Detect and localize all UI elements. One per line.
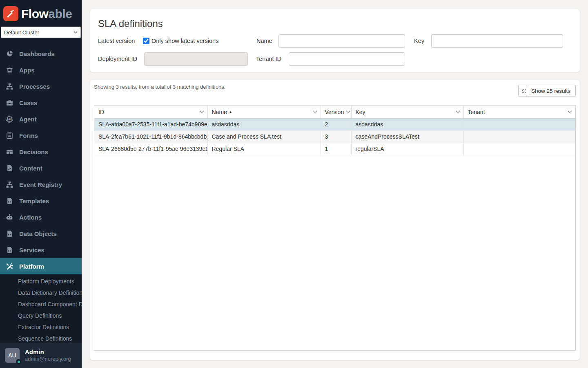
chevron-down-icon[interactable] [346,110,350,113]
column-header-name[interactable]: Name▲ [207,106,321,118]
user-name: Admin [25,348,71,356]
cell-version: 2 [321,118,351,130]
cell-version: 1 [321,143,351,155]
table-row[interactable]: SLA-2fca7b61-1021-11f1-9b1d-864bbcbdb...… [94,130,575,143]
sidebar-item-services[interactable]: Services [0,242,82,258]
cell-name: Case and Process SLA test [207,130,321,143]
brand-logo: Flowable [0,0,82,25]
page-title: SLA definitions [98,18,163,29]
cell-tenant [463,130,575,143]
file-code-icon [6,247,13,254]
tenant-id-input[interactable] [289,52,405,66]
key-label: Key [414,38,424,44]
chevron-down-icon[interactable] [313,110,317,113]
tenant-id-label: Tenant ID [256,56,281,62]
sort-ascending-icon: ▲ [229,110,232,114]
sidebar-item-content[interactable]: Content [0,160,82,176]
table-row[interactable]: SLA-afda00a7-2535-11f1-a1ad-be74b989e...… [94,118,575,130]
cluster-select-wrap: Default Cluster [1,27,81,38]
chevron-down-icon[interactable] [456,110,460,113]
cell-key: caseAndProcessSLATest [351,130,463,143]
user-footer[interactable]: AU Admin admin@noreply.org [0,343,82,368]
cell-name: Regular SLA [207,143,321,155]
column-header-tenant[interactable]: Tenant [463,106,575,118]
latest-version-checkbox-label[interactable]: Only show latest versions [151,38,218,44]
table-row[interactable]: SLA-26680d5e-277b-11f1-95ac-96e3139c1...… [94,143,575,155]
user-email: admin@noreply.org [25,356,71,362]
chevron-down-icon[interactable] [568,110,572,113]
cell-key: asdasddas [351,118,463,130]
clipboard-list-icon [6,132,13,139]
name-input[interactable] [278,34,405,48]
cell-tenant [463,118,575,130]
cell-key: regularSLA [351,143,463,155]
sidebar-item-platform[interactable]: Platform [0,258,82,274]
cell-id: SLA-afda00a7-2535-11f1-a1ad-be74b989e... [94,118,207,130]
robot-icon [6,214,13,221]
tools-icon [6,263,13,270]
name-label: Name [256,38,272,44]
sidebar-item-agent[interactable]: AI Agent [0,111,82,127]
submenu-item-sequence-definitions[interactable]: Sequence Definitions [0,333,82,343]
cell-version: 3 [321,130,351,143]
cell-id: SLA-2fca7b61-1021-11f1-9b1d-864bbcbdb... [94,130,207,143]
sidebar-item-cases[interactable]: Cases [0,94,82,111]
cell-tenant [463,143,575,155]
column-header-key[interactable]: Key [351,106,463,118]
submenu-item-query-definitions[interactable]: Query Definitions [0,310,82,321]
sidebar-item-templates[interactable]: Templates [0,193,82,209]
sidebar: Flowable Default Cluster Dashboards Apps… [0,0,82,368]
ai-chip-icon: AI [6,116,13,123]
cell-id: SLA-26680d5e-277b-11f1-95ac-96e3139c1... [94,143,207,155]
sidebar-item-dashboards[interactable]: Dashboards [0,45,82,62]
column-header-id[interactable]: ID [94,106,207,118]
sidebar-item-forms[interactable]: Forms [0,127,82,144]
sidebar-item-decisions[interactable]: Decisions [0,144,82,160]
sidebar-item-actions[interactable]: Actions [0,209,82,225]
file-code-icon [6,230,13,237]
deployment-id-input [144,52,248,66]
sidebar-item-data-objects[interactable]: Data Objects [0,225,82,242]
pie-chart-icon [6,50,13,57]
chevron-down-icon[interactable] [200,110,204,113]
briefcase-icon [6,99,13,106]
brand-wordmark: Flowable [21,8,72,20]
results-panel: Showing 3 results, from a total of 3 mat… [90,80,580,360]
avatar: AU [5,348,20,363]
sidebar-item-apps[interactable]: Apps [0,62,82,78]
cell-name: asdasddas [207,118,321,130]
cluster-select[interactable]: Default Cluster [1,27,81,38]
sidebar-item-processes[interactable]: Processes [0,78,82,94]
sitemap-icon [6,181,13,188]
submenu-item-dashboard-component-definitions[interactable]: Dashboard Component Definitions [0,298,82,310]
latest-version-label: Latest version [98,38,135,44]
file-code-icon [6,197,13,204]
sitemap-icon [6,83,13,90]
results-summary: Showing 3 results, from a total of 3 mat… [94,84,225,90]
show-results-button[interactable]: Show 25 results [526,85,576,97]
main-content: SLA definitions Latest version Only show… [82,0,588,368]
flowable-logo-icon [3,6,18,21]
svg-text:AI: AI [8,118,11,121]
key-input[interactable] [431,34,563,48]
sidebar-nav: Dashboards Apps Processes Cases AI Agent… [0,42,82,274]
latest-version-checkbox[interactable] [143,38,149,44]
file-chart-icon [6,165,13,172]
deployment-id-label: Deployment ID [98,56,137,62]
status-badge [16,359,21,364]
submenu-item-data-dictionary-definitions[interactable]: Data Dictionary Definitions [0,287,82,298]
sidebar-item-event-registry[interactable]: Event Registry [0,176,82,193]
table-header-row: ID Name▲ Version . Key [94,106,575,118]
box-open-icon [6,67,13,74]
submenu-item-extractor-definitions[interactable]: Extractor Definitions [0,321,82,333]
definitions-table: ID Name▲ Version . Key [94,105,576,351]
platform-submenu: Platform Deployments Data Dictionary Def… [0,274,82,343]
filters-panel: SLA definitions Latest version Only show… [90,9,580,72]
table-icon [6,148,13,155]
submenu-item-platform-deployments[interactable]: Platform Deployments [0,276,82,287]
column-header-version[interactable]: Version . [321,106,351,118]
